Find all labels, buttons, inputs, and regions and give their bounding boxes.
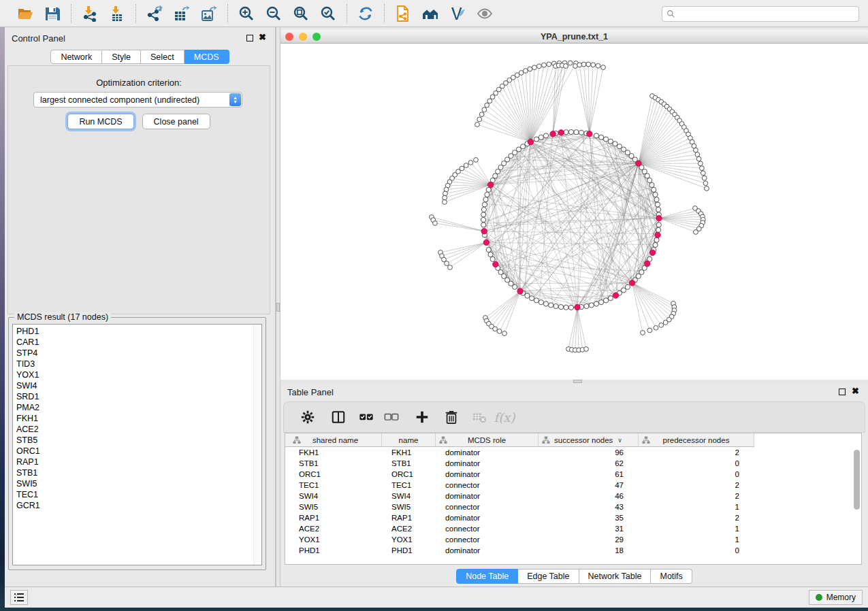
network-hub-node[interactable] [575,304,580,310]
network-leaf-node[interactable] [490,95,495,99]
network-node[interactable] [549,303,553,308]
float-panel-icon[interactable] [246,35,253,42]
import-table-button[interactable] [106,3,129,24]
network-node[interactable] [656,207,661,212]
network-node[interactable] [594,301,598,306]
network-node[interactable] [483,197,488,202]
network-node[interactable] [613,142,617,146]
cell-MCDS-role[interactable]: connector [436,480,539,491]
network-node[interactable] [645,174,649,178]
network-node[interactable] [603,298,608,303]
add-column-button[interactable] [412,406,432,428]
cell-predecessor-nodes[interactable]: 1 [639,523,754,534]
network-hub-node[interactable] [629,280,634,286]
cell-name[interactable]: ACE2 [382,523,436,534]
cell-successor-nodes[interactable]: 46 [539,491,639,501]
cell-MCDS-role[interactable]: connector [436,501,539,512]
network-node[interactable] [481,222,486,227]
network-canvas[interactable] [280,44,868,380]
splitter-grip-icon[interactable] [573,380,582,383]
network-hub-node[interactable] [493,261,498,267]
cell-predecessor-nodes[interactable]: 2 [639,447,754,458]
network-node[interactable] [543,301,548,306]
network-node[interactable] [574,130,579,135]
cell-shared-name[interactable]: RAP1 [289,512,382,523]
cell-name[interactable]: FKH1 [382,447,436,458]
select-all-button[interactable] [356,406,376,428]
network-node[interactable] [481,217,485,222]
mcds-node-item[interactable]: FKH1 [13,413,253,424]
cell-shared-name[interactable]: ACE2 [289,523,382,534]
network-node[interactable] [564,130,568,135]
import-network-button[interactable] [78,3,101,24]
network-node[interactable] [653,192,658,197]
task-history-button[interactable] [10,590,28,605]
table-scrollbar-thumb[interactable] [854,450,860,510]
tab-network[interactable]: Network [50,50,102,64]
network-node[interactable] [485,192,489,197]
cell-predecessor-nodes[interactable]: 1 [639,501,754,512]
float-table-panel-icon[interactable] [839,389,846,395]
mcds-node-item[interactable]: SRD1 [13,391,253,402]
cell-MCDS-role[interactable]: dominator [436,512,539,523]
cell-name[interactable]: TEC1 [382,480,436,491]
cell-predecessor-nodes[interactable]: 0 [639,469,754,480]
network-leaf-node[interactable] [701,171,705,176]
table-row[interactable]: ACE2ACE2connector311 [285,523,861,534]
tab-node-table[interactable]: Node Table [456,569,518,584]
table-row[interactable]: FKH1FKH1dominator962 [285,447,861,458]
network-hub-node[interactable] [550,131,556,137]
network-leaf-node[interactable] [482,108,487,112]
cell-MCDS-role[interactable]: dominator [436,469,539,480]
minimize-window-icon[interactable] [299,33,307,41]
cell-shared-name[interactable]: FKH1 [289,447,382,458]
cell-shared-name[interactable]: YOX1 [289,534,382,545]
cell-name[interactable]: SWI4 [382,491,436,501]
zoom-in-button[interactable] [235,3,258,24]
network-leaf-node[interactable] [468,161,473,165]
network-leaf-node[interactable] [596,63,600,68]
network-leaf-node[interactable] [542,63,547,67]
network-node[interactable] [488,252,493,257]
mcds-node-item[interactable]: PHD1 [13,326,253,337]
table-row[interactable]: SWI4SWI4dominator462 [285,491,861,501]
apply-layout-button[interactable] [354,3,377,24]
network-leaf-node[interactable] [485,103,489,108]
cell-successor-nodes[interactable]: 96 [539,447,639,458]
network-leaf-node[interactable] [705,186,709,191]
cell-predecessor-nodes[interactable]: 2 [639,480,754,491]
mcds-node-item[interactable]: RAP1 [13,457,253,467]
mcds-node-item[interactable]: ACE2 [13,424,253,435]
cell-predecessor-nodes[interactable]: 2 [639,491,754,501]
network-node[interactable] [553,303,558,308]
network-leaf-node[interactable] [443,191,448,196]
mcds-node-item[interactable]: GCR1 [13,500,253,511]
network-node[interactable] [599,300,604,305]
network-node[interactable] [482,202,487,207]
network-hub-node[interactable] [587,131,592,137]
cell-successor-nodes[interactable]: 29 [539,534,639,545]
zoom-out-button[interactable] [262,3,285,24]
cell-MCDS-role[interactable]: dominator [436,491,539,501]
network-node[interactable] [656,222,661,227]
network-leaf-node[interactable] [698,161,703,166]
network-leaf-node[interactable] [433,221,438,226]
network-node[interactable] [490,257,495,261]
network-leaf-node[interactable] [448,265,453,270]
network-leaf-node[interactable] [536,64,541,69]
cell-shared-name[interactable]: STB1 [289,458,382,469]
network-node[interactable] [656,227,661,232]
cell-predecessor-nodes[interactable]: 0 [639,545,754,556]
network-leaf-node[interactable] [479,112,484,117]
column-header-successor-nodes[interactable]: successor nodes∨ [539,433,639,447]
network-node[interactable] [525,293,530,298]
network-hub-node[interactable] [655,232,660,237]
network-window-titlebar[interactable]: YPA_prune.txt_1 [280,30,868,44]
export-image-button[interactable] [197,3,221,24]
network-leaf-node[interactable] [547,62,551,67]
cell-MCDS-role[interactable]: connector [436,534,539,545]
network-leaf-node[interactable] [577,63,582,67]
cell-MCDS-role[interactable]: dominator [436,458,539,469]
network-leaf-node[interactable] [502,331,507,336]
network-leaf-node[interactable] [647,328,652,333]
